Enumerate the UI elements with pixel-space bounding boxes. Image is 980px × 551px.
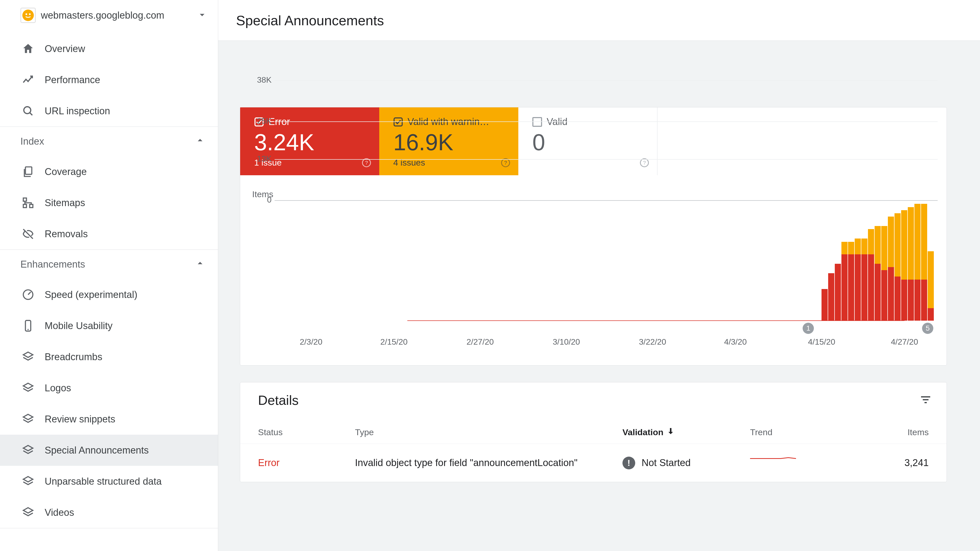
bar-segment-error (842, 254, 848, 321)
sidebar-item-overview[interactable]: Overview (0, 33, 218, 64)
summary-valid-tile[interactable]: Valid 0 ? (518, 107, 657, 175)
bar-segment-warning (861, 238, 867, 254)
sidebar-item-label: URL inspection (45, 106, 110, 117)
layers-icon (21, 444, 36, 457)
exclamation-icon: ! (622, 457, 635, 469)
svg-point-3 (24, 106, 30, 114)
chart-bar[interactable] (855, 238, 861, 321)
bar-segment-warning (928, 251, 934, 308)
topbar: Special Announcements (218, 0, 980, 41)
chevron-up-icon (194, 135, 206, 148)
sidebar-item-label: Logos (45, 383, 71, 394)
gridline: 13K (275, 159, 938, 160)
svg-text:?: ? (643, 160, 646, 165)
svg-rect-5 (23, 198, 27, 201)
chart-bar[interactable] (881, 226, 887, 321)
col-items[interactable]: Items (862, 427, 929, 437)
summary-valid-value: 0 (532, 130, 646, 155)
chart-bar[interactable] (868, 229, 874, 321)
bar-segment-error (875, 264, 881, 321)
y-tick-label: 38K (249, 75, 272, 85)
sidebar-item-sitemaps[interactable]: Sitemaps (0, 187, 218, 218)
bar-segment-error (881, 270, 887, 321)
sidebar-section-header[interactable]: Enhancements (0, 250, 218, 279)
chart-bar[interactable] (921, 204, 927, 321)
cell-items: 3,241 (862, 457, 929, 468)
chart-bar[interactable] (848, 242, 854, 321)
chart-bar[interactable] (828, 273, 834, 321)
chart-bar[interactable] (908, 207, 914, 321)
sidebar-item-label: Mobile Usability (45, 321, 113, 331)
sidebar-item-performance[interactable]: Performance (0, 64, 218, 95)
sidebar-item-videos[interactable]: Videos (0, 497, 218, 528)
chart-bar[interactable] (835, 264, 841, 321)
content: Error 3.24K 1 issue ? Vali (218, 41, 980, 551)
sidebar-item-unparse[interactable]: Unparsable structured data (0, 466, 218, 497)
chart-bar[interactable] (894, 213, 900, 321)
bar-segment-error (868, 254, 874, 321)
col-status[interactable]: Status (258, 427, 355, 437)
summary-warning-value: 16.9K (393, 130, 507, 155)
summary-warning-tile[interactable]: Valid with warnin… 16.9K 4 issues ? (379, 107, 518, 175)
col-type[interactable]: Type (355, 427, 622, 437)
x-tick-label: 3/10/20 (553, 337, 580, 347)
chart-bar[interactable] (915, 204, 921, 321)
sidebar-item-removals[interactable]: Removals (0, 218, 218, 249)
svg-rect-4 (25, 167, 32, 174)
chart-bar[interactable] (842, 242, 848, 321)
sidebar-item-label: Breadcrumbs (45, 351, 102, 362)
sidebar-item-mobile[interactable]: Mobile Usability (0, 310, 218, 341)
y-tick-label: 25K (249, 116, 272, 126)
sidebar-item-label: Unparsable structured data (45, 476, 162, 487)
col-trend[interactable]: Trend (750, 427, 862, 437)
sidebar-item-special[interactable]: Special Announcements (0, 435, 218, 466)
sidebar-item-coverage[interactable]: Coverage (0, 156, 218, 187)
bar-segment-error (828, 273, 834, 321)
tree-icon (21, 197, 36, 209)
svg-point-2 (29, 13, 30, 15)
bar-segment-error (835, 264, 841, 321)
x-tick-label: 4/27/20 (891, 337, 918, 347)
svg-point-0 (22, 10, 34, 21)
filter-icon[interactable] (919, 393, 932, 408)
details-row[interactable]: ErrorInvalid object type for field "anno… (240, 444, 947, 482)
chart-bar[interactable] (928, 251, 934, 321)
chart-bar[interactable] (861, 238, 867, 321)
summary-card: Error 3.24K 1 issue ? Vali (240, 107, 947, 365)
chart-marker[interactable]: 5 (922, 323, 933, 334)
x-tick-label: 4/15/20 (808, 337, 835, 347)
sidebar-item-review[interactable]: Review snippets (0, 403, 218, 435)
sidebar-section-header[interactable]: Index (0, 127, 218, 156)
phone-icon (21, 319, 36, 332)
sidebar-item-bread[interactable]: Breadcrumbs (0, 341, 218, 372)
sidebar-item-logos[interactable]: Logos (0, 372, 218, 403)
bar-segment-error (855, 254, 861, 321)
bar-segment-warning (894, 213, 900, 276)
items-chart: Items 013K25K38K 2/3/202/15/202/27/203/1… (240, 175, 947, 365)
bar-segment-error (908, 279, 914, 321)
bar-segment-error (848, 254, 854, 321)
bar-segment-warning (881, 226, 887, 270)
chart-marker[interactable]: 1 (803, 323, 814, 334)
sidebar-item-url[interactable]: URL inspection (0, 95, 218, 127)
property-selector[interactable]: webmasters.googleblog.com (0, 0, 218, 33)
col-validation[interactable]: Validation (622, 427, 750, 438)
chart-bar[interactable] (875, 226, 881, 321)
sort-arrow-icon (666, 427, 675, 438)
property-domain: webmasters.googleblog.com (41, 10, 191, 21)
chart-bar[interactable] (888, 217, 894, 321)
bar-segment-warning (868, 229, 874, 254)
details-header-row: Status Type Validation Trend Items (240, 421, 947, 444)
cell-status: Error (258, 457, 355, 468)
chart-bar[interactable] (901, 210, 907, 321)
trend-icon (21, 73, 36, 86)
bar-segment-error (888, 267, 894, 321)
bar-segment-warning (848, 242, 854, 254)
details-card: Details Status Type Validation Trend (240, 382, 947, 482)
svg-rect-6 (30, 204, 33, 208)
chart-ylabel: Items (252, 189, 938, 199)
sidebar-item-speed[interactable]: Speed (experimental) (0, 279, 218, 310)
chart-bar[interactable] (821, 289, 828, 321)
sidebar-item-label: Videos (45, 507, 74, 518)
sidebar-item-label: Speed (experimental) (45, 289, 137, 300)
